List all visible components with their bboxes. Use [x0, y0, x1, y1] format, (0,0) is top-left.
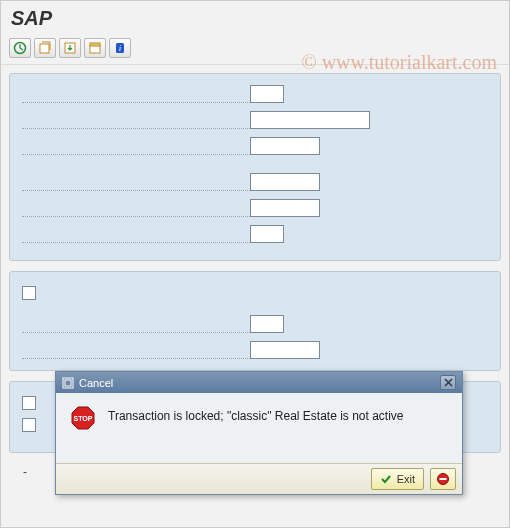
exit-button-label: Exit — [397, 473, 415, 485]
dialog-message: Transaction is locked; "classic" Real Es… — [108, 405, 404, 428]
toolbar: i — [1, 34, 509, 65]
exit-button[interactable]: Exit — [371, 468, 424, 490]
execute-button[interactable] — [9, 38, 31, 58]
svg-text:STOP: STOP — [74, 415, 93, 422]
field-label — [22, 115, 250, 129]
field-label — [22, 89, 250, 103]
get-variant-icon — [38, 41, 52, 55]
info-icon: i — [113, 41, 127, 55]
field-label — [22, 345, 250, 359]
stop-icon: STOP — [70, 405, 96, 431]
svg-rect-3 — [40, 44, 49, 53]
close-icon — [444, 378, 453, 387]
import-button[interactable] — [59, 38, 81, 58]
field-label — [22, 319, 250, 333]
field-label — [22, 229, 250, 243]
get-variant-button[interactable] — [34, 38, 56, 58]
input-field[interactable] — [250, 173, 320, 191]
variant-icon — [88, 41, 102, 55]
dialog-titlebar: Cancel — [56, 372, 462, 393]
svg-rect-6 — [90, 43, 100, 46]
input-field[interactable] — [250, 315, 284, 333]
execute-icon — [13, 41, 27, 55]
field-label — [22, 203, 250, 217]
info-button[interactable]: i — [109, 38, 131, 58]
dialog-title: Cancel — [79, 377, 113, 389]
cancel-icon — [436, 472, 450, 486]
checkbox[interactable] — [22, 396, 36, 410]
field-label — [22, 141, 250, 155]
svg-rect-10 — [65, 380, 71, 386]
import-icon — [63, 41, 77, 55]
dialog-icon — [62, 377, 74, 389]
page-title: SAP — [11, 7, 52, 29]
input-field[interactable] — [250, 137, 320, 155]
panel-2 — [9, 271, 501, 371]
input-field[interactable] — [250, 85, 284, 103]
svg-line-2 — [20, 48, 23, 50]
input-field[interactable] — [250, 111, 370, 129]
input-field[interactable] — [250, 341, 320, 359]
dialog-footer: Exit — [56, 463, 462, 494]
checkbox[interactable] — [22, 286, 36, 300]
svg-rect-14 — [440, 478, 447, 480]
check-icon — [380, 473, 392, 485]
cancel-dialog: Cancel STOP Transaction is locked; "clas… — [55, 371, 463, 495]
close-button[interactable] — [440, 375, 456, 390]
panel-1 — [9, 73, 501, 261]
checkbox[interactable] — [22, 418, 36, 432]
variant-button[interactable] — [84, 38, 106, 58]
input-field[interactable] — [250, 199, 320, 217]
field-label — [22, 177, 250, 191]
input-field[interactable] — [250, 225, 284, 243]
cancel-action-button[interactable] — [430, 468, 456, 490]
